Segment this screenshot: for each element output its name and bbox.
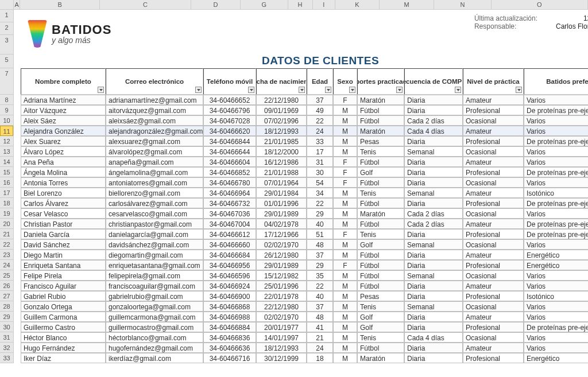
cell-fecha[interactable]: 29/01/1984 [256, 188, 307, 198]
cell-batido[interactable]: Energético [524, 353, 588, 363]
cell-dep[interactable]: Fútbol [357, 281, 404, 291]
th-nivel[interactable]: Nivel de práctica [463, 68, 524, 95]
th-nombre[interactable]: Nombre completo [21, 68, 106, 95]
row-num[interactable]: 31 [0, 332, 13, 343]
cell-edad[interactable]: 37 [307, 301, 333, 312]
cell-fecha[interactable]: 22/01/1978 [256, 291, 307, 301]
cell-sexo[interactable]: F [333, 167, 357, 177]
cell-fecha[interactable]: 29/01/1989 [256, 260, 307, 270]
cell-nombre[interactable]: Christian Pastor [21, 219, 106, 229]
table-row[interactable]: Guillem Carmonaguillemcarmona@gmail.com3… [21, 312, 588, 322]
cell-freq[interactable]: Diaria [404, 167, 463, 177]
filter-icon[interactable] [516, 87, 522, 93]
cell-edad[interactable]: 33 [307, 136, 333, 146]
cell-edad[interactable]: 22 [307, 115, 333, 126]
cell-fecha[interactable]: 07/01/1964 [256, 177, 307, 188]
cell-fecha[interactable]: 29/01/1989 [256, 208, 307, 219]
cell-batido[interactable]: Varios [524, 115, 588, 126]
table-row[interactable]: David Sánchezdavidsánchez@gmail.com34-60… [21, 239, 588, 250]
cell-dep[interactable]: Tenis [357, 229, 404, 239]
cell-dep[interactable]: Tenis [357, 301, 404, 312]
row-num[interactable]: 28 [0, 301, 13, 312]
cell-tel[interactable]: 34-60467036 [203, 208, 256, 219]
cell-sexo[interactable]: M [333, 353, 357, 363]
cell-nombre[interactable]: Alejandra González [21, 126, 106, 136]
cell-edad[interactable]: 37 [307, 95, 333, 105]
cell-fecha[interactable]: 20/01/1977 [256, 322, 307, 332]
cell-correo[interactable]: gabrielrubio@gmail.com [106, 291, 203, 301]
filter-icon[interactable] [98, 87, 104, 93]
cell-nombre[interactable]: Carlos Álvarez [21, 198, 106, 208]
cell-dep[interactable]: Fútbol [357, 105, 404, 115]
cell-nombre[interactable]: Hugo Fernández [21, 343, 106, 353]
cell-dep[interactable]: Tenis [357, 146, 404, 157]
cell-freq[interactable]: Semanal [404, 270, 463, 281]
cell-correo[interactable]: alexsuarez@gmail.com [106, 136, 203, 146]
row-num[interactable]: 20 [0, 219, 13, 229]
cell-freq[interactable]: Diaria [404, 250, 463, 260]
row-num-selected[interactable]: 11 [0, 126, 13, 136]
cell-sexo[interactable]: M [333, 312, 357, 322]
cell-nombre[interactable]: Héctor Blanco [21, 332, 106, 343]
row-num[interactable]: 10 [0, 115, 13, 126]
cell-nivel[interactable]: Amateur [463, 95, 524, 105]
table-row[interactable]: Gabriel Rubiogabrielrubio@gmail.com34-60… [21, 291, 588, 301]
cell-edad[interactable]: 29 [307, 260, 333, 270]
cell-correo[interactable]: hugofernández@gmail.com [106, 343, 203, 353]
table-row[interactable]: Biel Lorenzobiellorenzo@gmail.com34-6046… [21, 188, 588, 198]
row-num[interactable]: 7 [0, 68, 13, 95]
table-row[interactable]: Alex Suarezalexsuarez@gmail.com34-604668… [21, 136, 588, 146]
cell-batido[interactable]: Varios [524, 270, 588, 281]
cell-fecha[interactable]: 17/12/1966 [256, 229, 307, 239]
row-num[interactable]: 12 [0, 136, 13, 146]
cell-freq[interactable]: Cada 2 días [404, 208, 463, 219]
filter-icon[interactable] [299, 87, 305, 93]
cell-freq[interactable]: Diaria [404, 343, 463, 353]
cell-tel[interactable]: 34-60466852 [203, 167, 256, 177]
cell-correo[interactable]: biellorenzo@gmail.com [106, 188, 203, 198]
cell-fecha[interactable]: 25/01/1996 [256, 281, 307, 291]
row-num[interactable]: 15 [0, 167, 13, 177]
cell-batido[interactable]: Energético [524, 250, 588, 260]
cell-nivel[interactable]: Ocasional [463, 239, 524, 250]
cell-sexo[interactable]: F [333, 260, 357, 270]
col-header-G[interactable]: G [241, 0, 288, 9]
cell-nombre[interactable]: Ana Peña [21, 157, 106, 167]
row-num[interactable]: 8 [0, 95, 13, 105]
cell-freq[interactable]: Semanal [404, 146, 463, 157]
cell-batido[interactable]: Energético [524, 260, 588, 270]
th-batidos[interactable]: Batidos preferidos [524, 68, 588, 95]
cell-sexo[interactable]: M [333, 239, 357, 250]
row-num[interactable]: 25 [0, 270, 13, 281]
cell-nivel[interactable]: Ocasional [463, 115, 524, 126]
table-row[interactable]: Christian Pastorchristianpastor@gmail.co… [21, 219, 588, 229]
cell-edad[interactable]: 35 [307, 270, 333, 281]
row-num[interactable]: 9 [0, 105, 13, 115]
cell-sexo[interactable]: M [333, 198, 357, 208]
cell-dep[interactable]: Fútbol [357, 115, 404, 126]
cell-tel[interactable]: 34-60466956 [203, 260, 256, 270]
cell-correo[interactable]: aleixsáez@gmail.com [106, 115, 203, 126]
table-row[interactable]: Iker Díazikerdíaz@gmail.com34-6046671630… [21, 353, 588, 363]
th-telefono[interactable]: Teléfono móvil [203, 68, 256, 95]
cell-dep[interactable]: Maratón [357, 353, 404, 363]
th-edad[interactable]: Edad [307, 68, 333, 95]
cell-tel[interactable]: 34-60466884 [203, 322, 256, 332]
cell-nivel[interactable]: Ocasional [463, 146, 524, 157]
cell-correo[interactable]: alejandragonzález@gmail.com [106, 126, 203, 136]
cell-nivel[interactable]: Ocasional [463, 332, 524, 343]
cell-fecha[interactable]: 04/02/1978 [256, 219, 307, 229]
col-header-C[interactable]: C [100, 0, 191, 9]
table-row[interactable]: Cesar Velascocesarvelasco@gmail.com34-60… [21, 208, 588, 219]
cell-batido[interactable]: Isotónico [524, 291, 588, 301]
row-num[interactable]: 5 [0, 55, 13, 68]
row-num[interactable]: 24 [0, 260, 13, 270]
cell-correo[interactable]: gonzaloortega@gmail.com [106, 301, 203, 312]
row-num[interactable]: 3 [0, 35, 13, 55]
cell-correo[interactable]: davidsánchez@gmail.com [106, 239, 203, 250]
cell-freq[interactable]: Cada 2 días [404, 115, 463, 126]
row-num[interactable]: 32 [0, 343, 13, 353]
cell-sexo[interactable]: F [333, 229, 357, 239]
cell-nombre[interactable]: Daniela García [21, 229, 106, 239]
cell-nivel[interactable]: Profesional [463, 198, 524, 208]
